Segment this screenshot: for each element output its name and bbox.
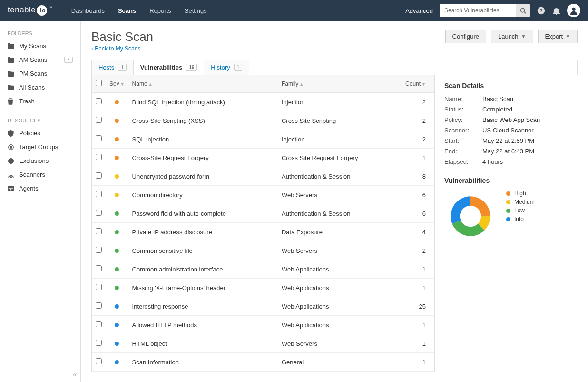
severity-dot-icon — [115, 174, 119, 179]
row-count: 2 — [402, 241, 434, 260]
col-sev[interactable]: Sev▼ — [106, 75, 128, 93]
table-row[interactable]: Common sensitive fileWeb Servers2 — [92, 241, 434, 260]
legend-dot-high — [506, 191, 510, 196]
severity-dot-icon — [115, 286, 119, 290]
tab-hosts[interactable]: Hosts1 — [92, 60, 134, 75]
row-family: Cross Site Scripting — [278, 111, 402, 130]
table-row[interactable]: Password field with auto-completeAuthent… — [92, 204, 434, 223]
sidebar-item-policies[interactable]: Policies — [0, 126, 80, 140]
row-name: Private IP address disclosure — [128, 223, 278, 241]
severity-dot-icon — [115, 100, 119, 104]
row-checkbox[interactable] — [96, 302, 102, 309]
brand-logo[interactable]: tenable.io™ — [8, 5, 52, 16]
legend-dot-info — [506, 217, 510, 221]
row-checkbox[interactable] — [96, 265, 102, 271]
table-row[interactable]: HTML objectWeb Servers1 — [92, 334, 434, 353]
table-row[interactable]: SQL InjectionInjection2 — [92, 130, 434, 149]
sidebar-item-my-scans[interactable]: My Scans — [0, 39, 80, 53]
nav-dashboards[interactable]: Dashboards — [71, 1, 105, 20]
table-row[interactable]: Allowed HTTP methodsWeb Applications1 — [92, 316, 434, 334]
sidebar-collapse-icon[interactable]: « — [73, 371, 77, 378]
table-row[interactable]: Cross-Site Scripting (XSS)Cross Site Scr… — [92, 111, 434, 130]
svg-point-0 — [520, 8, 524, 12]
col-count[interactable]: Count▼ — [402, 75, 434, 93]
row-name: Allowed HTTP methods — [128, 316, 278, 334]
row-name: Cross-Site Scripting (XSS) — [128, 111, 278, 130]
severity-dot-icon — [115, 249, 119, 253]
sidebar-item-target-groups[interactable]: Target Groups — [0, 140, 80, 154]
svg-rect-8 — [10, 161, 13, 161]
sidebar-item-pm-scans[interactable]: PM Scans — [0, 67, 80, 80]
tab-vulnerabilities[interactable]: Vulnerabilities16 — [134, 60, 205, 75]
sort-caret-icon: ▼ — [421, 82, 426, 87]
table-row[interactable]: Private IP address disclosureData Exposu… — [92, 223, 434, 241]
row-checkbox[interactable] — [96, 210, 102, 216]
legend-low: Low — [514, 207, 525, 214]
table-row[interactable]: Common administration interfaceWeb Appli… — [92, 260, 434, 279]
row-checkbox[interactable] — [96, 284, 102, 290]
sidebar-item-trash[interactable]: Trash — [0, 94, 80, 108]
row-checkbox[interactable] — [96, 358, 102, 364]
scan-details-panel: Scan Details Name:Basic Scan Status:Comp… — [444, 75, 578, 242]
row-name: Interesting response — [128, 297, 278, 316]
row-checkbox[interactable] — [96, 321, 102, 327]
row-checkbox[interactable] — [96, 247, 102, 253]
row-name: Unencrypted password form — [128, 167, 278, 186]
export-button[interactable]: Export▼ — [538, 30, 578, 43]
row-checkbox[interactable] — [96, 117, 102, 123]
configure-button[interactable]: Configure — [445, 30, 486, 43]
table-row[interactable]: Blind SQL Injection (timing attack)Injec… — [92, 93, 434, 111]
nav-reports[interactable]: Reports — [149, 1, 171, 20]
row-family: Web Applications — [278, 316, 402, 334]
row-name: Common sensitive file — [128, 241, 278, 260]
table-row[interactable]: Scan InformationGeneral1 — [92, 353, 434, 372]
tab-history[interactable]: History1 — [204, 60, 249, 75]
table-row[interactable]: Interesting responseWeb Applications25 — [92, 297, 434, 316]
detail-end-label: End: — [444, 148, 482, 155]
table-row[interactable]: Unencrypted password formAuthentication … — [92, 167, 434, 186]
back-link-label: Back to My Scans — [95, 45, 140, 52]
table-row[interactable]: Missing 'X-Frame-Options' headerWeb Appl… — [92, 279, 434, 297]
select-all-checkbox[interactable] — [96, 80, 102, 86]
help-icon[interactable]: ? — [537, 6, 545, 15]
detail-scanner-label: Scanner: — [444, 127, 482, 134]
row-checkbox[interactable] — [96, 98, 102, 104]
user-avatar[interactable] — [567, 4, 580, 17]
launch-button[interactable]: Launch▼ — [491, 30, 533, 43]
row-name: Common directory — [128, 186, 278, 204]
sidebar-item-am-scans[interactable]: AM Scans4 — [0, 53, 80, 67]
bell-icon[interactable] — [552, 6, 560, 15]
caret-down-icon: ▼ — [521, 34, 526, 39]
sidebar-item-scanners[interactable]: Scanners — [0, 168, 80, 181]
col-family[interactable]: Family▲ — [278, 75, 402, 93]
search-button[interactable] — [516, 4, 530, 17]
nav-scans[interactable]: Scans — [118, 1, 136, 20]
row-checkbox[interactable] — [96, 340, 102, 346]
row-count: 1 — [402, 279, 434, 297]
sidebar-item-label: AM Scans — [19, 56, 47, 63]
search-input[interactable] — [440, 4, 516, 17]
row-checkbox[interactable] — [96, 228, 102, 234]
row-checkbox[interactable] — [96, 172, 102, 179]
sidebar-item-all-scans[interactable]: All Scans — [0, 80, 80, 94]
detail-start-label: Start: — [444, 137, 482, 144]
row-family: General — [278, 353, 402, 372]
search-icon — [520, 8, 526, 14]
row-checkbox[interactable] — [96, 154, 102, 160]
col-name[interactable]: Name▲ — [128, 75, 278, 93]
back-link[interactable]: ‹ Back to My Scans — [91, 45, 140, 52]
table-row[interactable]: Common directoryWeb Servers6 — [92, 186, 434, 204]
row-checkbox[interactable] — [96, 191, 102, 197]
advanced-link[interactable]: Advanced — [405, 7, 433, 14]
row-family: Data Exposure — [278, 223, 402, 241]
sidebar-item-agents[interactable]: Agents — [0, 181, 80, 195]
row-count: 1 — [402, 353, 434, 372]
table-row[interactable]: Cross-Site Request ForgeryCross Site Req… — [92, 149, 434, 167]
detail-policy-value: Basic Web App Scan — [482, 116, 578, 123]
sidebar-item-label: PM Scans — [19, 70, 47, 77]
severity-dot-icon — [115, 211, 119, 216]
severity-dot-icon — [115, 193, 119, 197]
nav-settings[interactable]: Settings — [185, 1, 207, 20]
row-checkbox[interactable] — [96, 135, 102, 141]
sidebar-item-exclusions[interactable]: Exclusions — [0, 154, 80, 168]
